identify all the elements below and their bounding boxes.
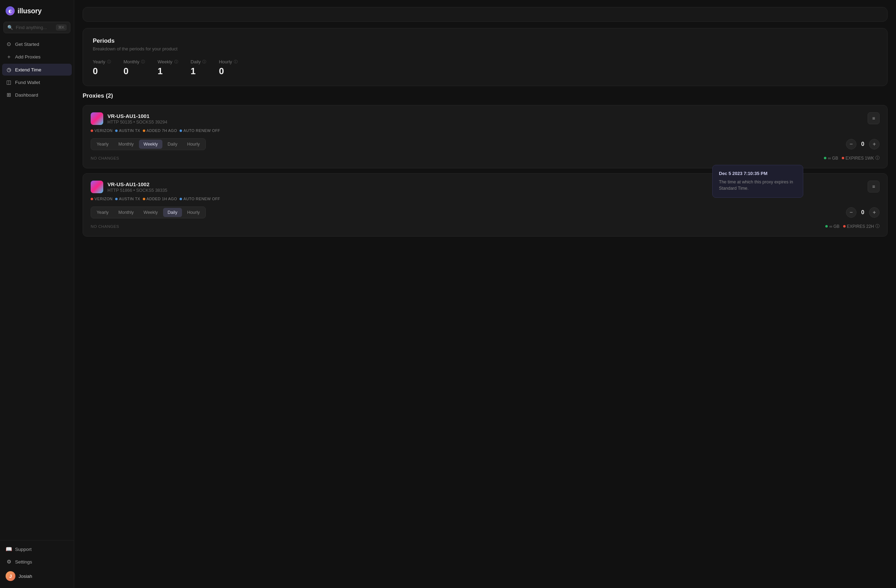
tag-added-1: ADDED 7H AGO <box>143 128 177 133</box>
get-started-icon: ⊙ <box>6 41 12 47</box>
tag-dot-added-2 <box>143 198 145 200</box>
proxy-2-gb-dot <box>825 225 828 227</box>
period-daily-info-icon[interactable]: ⓘ <box>202 59 206 64</box>
tag-dot-verizon-2 <box>91 198 93 200</box>
period-daily-value: 1 <box>191 66 207 77</box>
proxy-2-gb: ∞ GB <box>825 224 839 229</box>
tag-dot-austin-2 <box>115 198 117 200</box>
sidebar-item-add-proxies[interactable]: ＋ Add Proxies <box>2 51 72 63</box>
user-name: Josiah <box>18 574 32 579</box>
period-yearly: Yearly ⓘ 0 <box>93 59 111 77</box>
sidebar-item-settings[interactable]: ⚙ Settings <box>2 556 72 568</box>
proxy-2-tab-weekly[interactable]: Weekly <box>139 208 162 217</box>
app-name: illusory <box>17 7 42 15</box>
proxy-2-expires: EXPIRES 22H ⓘ <box>843 223 879 229</box>
proxy-2-tab-monthly[interactable]: Monthly <box>114 208 138 217</box>
sidebar-label-extend-time: Extend Time <box>15 67 41 72</box>
period-hourly-info-icon[interactable]: ⓘ <box>234 59 238 64</box>
period-yearly-label: Yearly <box>93 59 105 64</box>
period-monthly-label: Monthly <box>123 59 140 64</box>
tooltip-card: Dec 5 2023 7:10:35 PM The time at which … <box>712 165 803 198</box>
tag-renew-2: AUTO RENEW OFF <box>180 197 220 201</box>
search-shortcut: ⌘K <box>56 24 67 30</box>
period-weekly-label: Weekly <box>157 59 172 64</box>
sidebar-item-get-started[interactable]: ⊙ Get Started <box>2 38 72 50</box>
tag-dot-austin-1 <box>115 129 117 132</box>
avatar: J <box>6 571 15 581</box>
proxies-section: Proxies (2) VR-US-AU1-1001 HTTP 50135 • … <box>82 92 888 237</box>
proxy-2-tab-daily[interactable]: Daily <box>163 208 182 217</box>
main-content: Periods Breakdown of the periods for you… <box>74 0 896 588</box>
support-icon: 📖 <box>6 546 12 552</box>
proxy-2-counter-value: 0 <box>859 209 866 216</box>
proxy-1-tab-monthly[interactable]: Monthly <box>114 140 138 149</box>
proxy-2-counter: − 0 + <box>846 207 879 218</box>
proxy-1-tab-daily[interactable]: Daily <box>163 140 182 149</box>
periods-card: Periods Breakdown of the periods for you… <box>82 28 888 86</box>
period-weekly-info-icon[interactable]: ⓘ <box>174 59 178 64</box>
proxy-2-tab-yearly[interactable]: Yearly <box>92 208 113 217</box>
sidebar-label-settings: Settings <box>15 559 32 565</box>
sidebar-nav: ⊙ Get Started ＋ Add Proxies ◷ Extend Tim… <box>0 37 74 540</box>
sidebar-item-fund-wallet[interactable]: ◫ Fund Wallet <box>2 76 72 88</box>
logo-icon: ◐ <box>6 6 15 15</box>
period-monthly-info-icon[interactable]: ⓘ <box>141 59 145 64</box>
proxy-2-controls: Yearly Monthly Weekly Daily Hourly − 0 + <box>91 207 879 218</box>
fund-wallet-icon: ◫ <box>6 79 12 85</box>
proxy-1-tab-weekly[interactable]: Weekly <box>139 140 162 149</box>
proxy-2-menu-button[interactable]: ≡ <box>868 181 879 192</box>
dashboard-icon: ⊞ <box>6 92 12 98</box>
proxy-2-no-changes: NO CHANGES <box>91 224 119 228</box>
proxy-2-tab-hourly[interactable]: Hourly <box>183 208 204 217</box>
sidebar-item-extend-time[interactable]: ◷ Extend Time <box>2 64 72 76</box>
search-bar[interactable]: 🔍 Find anything... ⌘K <box>3 22 70 33</box>
tag-verizon-1: VERIZON <box>91 128 113 133</box>
proxy-2-increment-button[interactable]: + <box>869 207 879 218</box>
sidebar-label-support: Support <box>15 547 32 552</box>
sidebar: ◐ illusory 🔍 Find anything... ⌘K ⊙ Get S… <box>0 0 74 588</box>
proxy-2-expires-dot <box>843 225 846 227</box>
tag-verizon-2: VERIZON <box>91 197 113 201</box>
tag-austin-1: AUSTIN TX <box>115 128 140 133</box>
proxy-1-gb: ∞ GB <box>824 156 838 161</box>
proxy-card-2: VR-US-AU1-1002 HTTP 51866 • SOCKS5 38335… <box>82 173 888 237</box>
proxy-2-expires-info-icon[interactable]: ⓘ <box>875 223 879 229</box>
period-yearly-value: 0 <box>93 66 111 77</box>
period-daily-label: Daily <box>191 59 201 64</box>
user-row[interactable]: J Josiah <box>2 568 72 584</box>
tag-renew-1: AUTO RENEW OFF <box>180 128 220 133</box>
extend-time-icon: ◷ <box>6 67 12 73</box>
proxy-1-tab-yearly[interactable]: Yearly <box>92 140 113 149</box>
proxy-1-expires: EXPIRES 1WK ⓘ <box>842 155 879 161</box>
sidebar-item-dashboard[interactable]: ⊞ Dashboard <box>2 89 72 101</box>
periods-grid: Yearly ⓘ 0 Monthly ⓘ 0 Weekly ⓘ 1 <box>93 59 878 77</box>
proxy-2-decrement-button[interactable]: − <box>846 207 856 218</box>
search-icon: 🔍 <box>8 25 13 30</box>
proxy-1-expires-dot <box>842 157 844 159</box>
proxy-1-tags: VERIZON AUSTIN TX ADDED 7H AGO AUTO RENE… <box>91 128 879 133</box>
proxy-2-meta: ∞ GB EXPIRES 22H ⓘ <box>825 223 879 229</box>
sidebar-label-get-started: Get Started <box>15 42 39 47</box>
proxy-1-period-tabs: Yearly Monthly Weekly Daily Hourly <box>91 138 206 150</box>
tooltip-title: Dec 5 2023 7:10:35 PM <box>719 171 797 176</box>
sidebar-item-support[interactable]: 📖 Support <box>2 543 72 555</box>
period-monthly: Monthly ⓘ 0 <box>123 59 145 77</box>
proxy-1-tab-hourly[interactable]: Hourly <box>183 140 204 149</box>
proxy-1-footer: NO CHANGES ∞ GB EXPIRES 1WK ⓘ <box>91 155 879 161</box>
proxy-1-no-changes: NO CHANGES <box>91 156 119 160</box>
tooltip-body: The time at which this proxy expires in … <box>719 179 797 192</box>
proxy-1-menu-button[interactable]: ≡ <box>868 112 879 124</box>
proxies-title: Proxies (2) <box>82 92 888 99</box>
period-yearly-info-icon[interactable]: ⓘ <box>107 59 111 64</box>
period-monthly-value: 0 <box>123 66 145 77</box>
proxy-1-increment-button[interactable]: + <box>869 139 879 149</box>
period-weekly: Weekly ⓘ 1 <box>157 59 178 77</box>
proxy-1-icon <box>91 112 103 125</box>
periods-title: Periods <box>93 37 878 44</box>
proxy-1-expires-info-icon[interactable]: ⓘ <box>875 155 879 161</box>
proxy-2-footer: NO CHANGES ∞ GB EXPIRES 22H ⓘ <box>91 223 879 229</box>
proxy-2-period-tabs: Yearly Monthly Weekly Daily Hourly <box>91 207 206 218</box>
proxy-1-decrement-button[interactable]: − <box>846 139 856 149</box>
add-proxies-icon: ＋ <box>6 53 12 60</box>
period-daily: Daily ⓘ 1 <box>191 59 207 77</box>
